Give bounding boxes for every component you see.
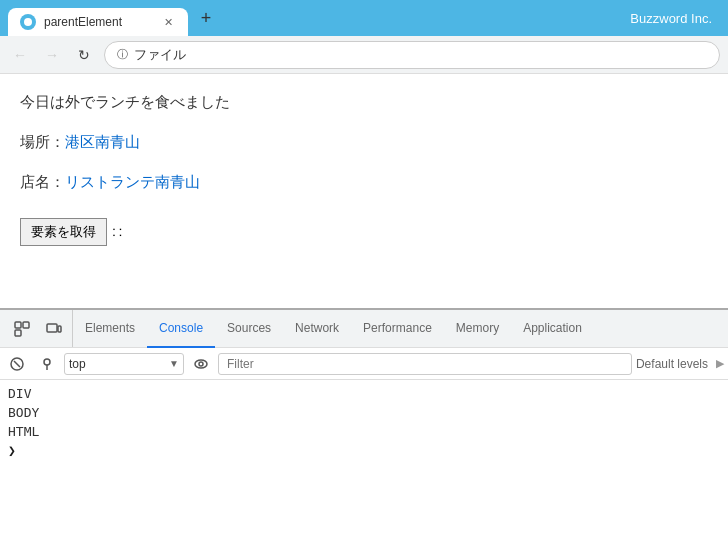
device-toolbar-icon[interactable] (40, 315, 68, 343)
secure-icon: ⓘ (117, 47, 128, 62)
svg-rect-3 (47, 324, 57, 332)
tab-application[interactable]: Application (511, 311, 594, 348)
tab-elements[interactable]: Elements (73, 311, 147, 348)
filter-input[interactable] (218, 353, 632, 375)
inspect-element-icon[interactable] (8, 315, 36, 343)
prompt-chevron-icon: ❯ (8, 443, 16, 458)
svg-line-6 (14, 361, 20, 367)
page-line3-label: 店名： (20, 173, 65, 190)
get-element-button[interactable]: 要素を取得 (20, 218, 107, 246)
page-line1: 今日は外でランチを食べました (20, 90, 708, 114)
tab-console[interactable]: Console (147, 311, 215, 348)
default-levels-chevron: ▶ (716, 357, 724, 370)
devtools-tabbar: Elements Console Sources Network Perform… (0, 310, 728, 348)
svg-rect-1 (23, 322, 29, 328)
svg-point-9 (195, 360, 207, 368)
page-line3-link[interactable]: リストランテ南青山 (65, 173, 200, 190)
new-tab-button[interactable]: + (192, 4, 220, 32)
context-selector[interactable]: top ▼ (64, 353, 184, 375)
cursor-pointer: ⸬ (113, 224, 122, 240)
tab-close-button[interactable]: ✕ (160, 14, 176, 30)
devtools-panel: Elements Console Sources Network Perform… (0, 308, 728, 560)
page-line3: 店名：リストランテ南青山 (20, 170, 708, 194)
context-dropdown-arrow: ▼ (169, 358, 179, 369)
address-bar-input[interactable]: ⓘ ファイル (104, 41, 720, 69)
page-line2-label: 場所： (20, 133, 65, 150)
page-line2: 場所：港区南青山 (20, 130, 708, 154)
svg-rect-4 (58, 326, 61, 332)
tab-favicon (20, 14, 36, 30)
console-output: DIV BODY HTML ❯ (0, 380, 728, 560)
address-text: ファイル (134, 46, 707, 64)
tab-area: parentElement ✕ + (8, 0, 626, 36)
address-bar: ← → ↻ ⓘ ファイル (0, 36, 728, 74)
clear-console-button[interactable] (4, 351, 30, 377)
console-line-3: HTML (8, 422, 720, 441)
page-line2-link[interactable]: 港区南青山 (65, 133, 140, 150)
tab-title: parentElement (44, 15, 152, 29)
tab-performance[interactable]: Performance (351, 311, 444, 348)
svg-point-7 (44, 359, 50, 365)
tab-network[interactable]: Network (283, 311, 351, 348)
default-levels-label: Default levels (636, 357, 712, 371)
page-content: 今日は外でランチを食べました 場所：港区南青山 店名：リストランテ南青山 要素を… (0, 74, 728, 308)
browser-titlebar: parentElement ✕ + Buzzword Inc. (0, 0, 728, 36)
eye-icon[interactable] (188, 351, 214, 377)
svg-point-10 (199, 362, 203, 366)
tab-memory[interactable]: Memory (444, 311, 511, 348)
devtools-icon-group (4, 310, 73, 347)
back-button[interactable]: ← (8, 43, 32, 67)
svg-rect-2 (15, 330, 21, 336)
context-value: top (69, 357, 165, 371)
console-line-2: BODY (8, 403, 720, 422)
brand-name: Buzzword Inc. (630, 11, 720, 26)
svg-rect-0 (15, 322, 21, 328)
tab-sources[interactable]: Sources (215, 311, 283, 348)
active-tab[interactable]: parentElement ✕ (8, 8, 188, 36)
filter-console-button[interactable] (34, 351, 60, 377)
console-prompt[interactable]: ❯ (8, 441, 720, 458)
console-line-1: DIV (8, 384, 720, 403)
forward-button[interactable]: → (40, 43, 64, 67)
refresh-button[interactable]: ↻ (72, 43, 96, 67)
console-toolbar: top ▼ Default levels ▶ (0, 348, 728, 380)
